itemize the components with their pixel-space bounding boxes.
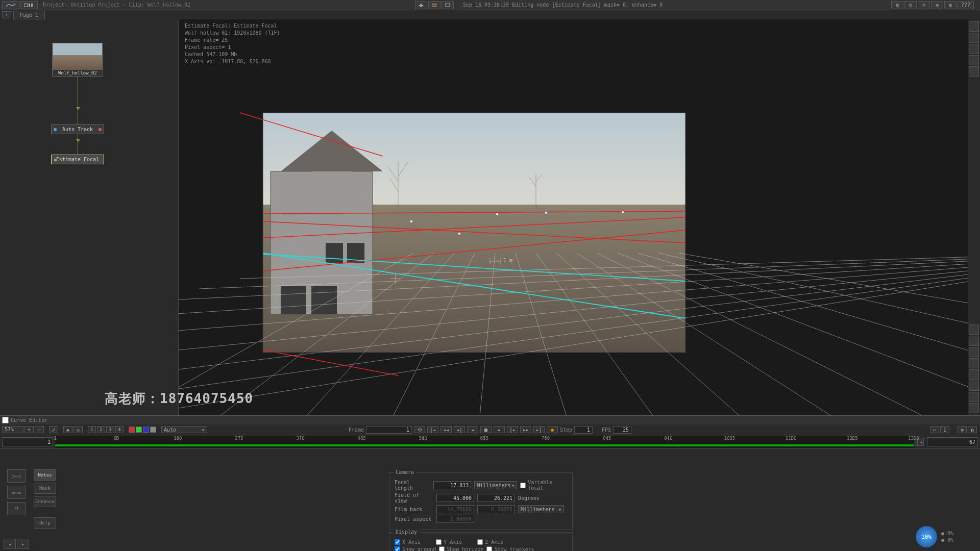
- tl-option-icon[interactable]: ▭: [930, 426, 939, 433]
- svg-line-16: [263, 350, 398, 375]
- layout-icon-1[interactable]: ▦: [891, 1, 903, 9]
- yaxis-check[interactable]: Y Axis: [436, 539, 462, 545]
- rt-tool-icon[interactable]: [969, 44, 979, 54]
- tl-option-icon[interactable]: ✻: [958, 426, 967, 433]
- yaxis-checkbox[interactable]: [436, 539, 442, 545]
- rt-expand-icon[interactable]: [969, 21, 979, 32]
- scope-icon[interactable]: ◈: [63, 426, 72, 433]
- add-page-button[interactable]: +: [2, 11, 11, 18]
- show-ground-checkbox[interactable]: [395, 546, 400, 551]
- autotrack-node[interactable]: Auto Track: [51, 124, 104, 134]
- rt-lock-icon[interactable]: [969, 66, 979, 77]
- zoom-select[interactable]: 57%: [2, 426, 23, 433]
- tl-option-icon[interactable]: ◐: [968, 426, 977, 433]
- rt-view-icon[interactable]: [969, 381, 979, 391]
- fit-icon[interactable]: ⤢: [49, 426, 58, 433]
- curve-editor-checkbox[interactable]: [2, 417, 9, 423]
- first-frame-icon[interactable]: |◂: [427, 426, 438, 433]
- zaxis-checkbox[interactable]: [477, 539, 483, 545]
- focal-unit-select[interactable]: Millimeters▾: [474, 481, 517, 489]
- rt-view-icon[interactable]: [969, 324, 979, 335]
- show-trackers-check[interactable]: Show trackers: [486, 546, 534, 551]
- tool-icon-3[interactable]: [442, 1, 454, 9]
- clip-node[interactable]: Wolf_hollow_02: [52, 43, 103, 77]
- fov-v-input[interactable]: [477, 494, 515, 502]
- stop-icon[interactable]: ■: [480, 426, 492, 433]
- filmback-h-input[interactable]: [477, 505, 515, 513]
- rt-view-icon[interactable]: [969, 336, 979, 346]
- color-blue-swatch[interactable]: [143, 427, 149, 433]
- viewport[interactable]: Estimate Focal: Estimate Focal Wolf_holl…: [179, 19, 968, 415]
- rt-tool-icon[interactable]: [969, 33, 979, 43]
- undo-icon[interactable]: ◂: [4, 539, 16, 549]
- app-logo-icon[interactable]: [2, 1, 19, 9]
- play-icon[interactable]: ▸: [494, 426, 505, 433]
- step-input[interactable]: [574, 426, 593, 434]
- rt-view-icon[interactable]: [969, 358, 979, 368]
- show-trackers-checkbox[interactable]: [486, 546, 492, 551]
- tl-option-icon[interactable]: i: [940, 426, 949, 433]
- tab-enhance[interactable]: Enhance: [34, 496, 56, 507]
- zoom-in-icon[interactable]: +: [24, 426, 34, 433]
- tool-icon-2[interactable]: [428, 1, 440, 9]
- variable-focal-check[interactable]: Variable focal: [520, 480, 567, 491]
- pixel-aspect-input[interactable]: [436, 515, 474, 523]
- estimate-focal-node[interactable]: Estimate Focal: [51, 155, 104, 164]
- tool-matrix-icon[interactable]: ⠿: [7, 502, 26, 515]
- tab-help[interactable]: Help: [34, 517, 56, 529]
- prev-frame-icon[interactable]: ◂|: [454, 426, 465, 433]
- fps-input[interactable]: [613, 426, 631, 434]
- mode-dropdown[interactable]: Auto▾: [161, 426, 207, 433]
- help-button[interactable]: ???: [958, 1, 974, 9]
- zoom-out-icon[interactable]: −: [35, 426, 44, 433]
- record-icon[interactable]: ●: [547, 426, 558, 433]
- frame-input[interactable]: [366, 426, 412, 434]
- show-ground-check[interactable]: Show ground: [395, 546, 436, 551]
- focal-length-input[interactable]: [433, 481, 471, 489]
- fov-h-input[interactable]: [436, 494, 474, 502]
- color-red-swatch[interactable]: [129, 427, 135, 433]
- rt-view-icon[interactable]: [969, 369, 979, 380]
- prev-key-icon[interactable]: ◂◂: [440, 426, 452, 433]
- layer-2-button[interactable]: 2: [97, 426, 105, 433]
- layer-1-button[interactable]: 1: [88, 426, 96, 433]
- zaxis-check[interactable]: Z Axis: [477, 539, 503, 545]
- next-frame-icon[interactable]: |▸: [507, 426, 518, 433]
- color-grey-swatch[interactable]: [150, 427, 156, 433]
- filmback-unit-select[interactable]: Millimeters▾: [518, 505, 564, 513]
- xaxis-check[interactable]: X Axis: [395, 539, 421, 545]
- filmback-w-input[interactable]: [436, 505, 474, 513]
- ruler-track[interactable]: 1851802753704655606557508459401035113012…: [55, 436, 914, 448]
- loop-icon[interactable]: ⟲: [414, 426, 425, 433]
- node-graph[interactable]: Wolf_hollow_02 Auto Track Estimate Focal: [0, 19, 179, 415]
- rt-view-icon[interactable]: [969, 403, 979, 413]
- variable-focal-checkbox[interactable]: [520, 483, 526, 488]
- xaxis-checkbox[interactable]: [395, 539, 400, 545]
- redo-icon[interactable]: ▸: [17, 539, 29, 549]
- layer-3-button[interactable]: 3: [106, 426, 114, 433]
- show-horizon-check[interactable]: Show horizon: [439, 546, 483, 551]
- rt-view-icon[interactable]: [969, 347, 979, 357]
- current-frame-input[interactable]: [2, 437, 53, 446]
- layer-4-button[interactable]: 4: [115, 426, 124, 433]
- scope-icon-2[interactable]: ◇: [74, 426, 83, 433]
- tool-link-icon[interactable]: ▭→▭: [7, 486, 26, 499]
- settings-icon[interactable]: ✻: [918, 1, 930, 9]
- rt-view-icon[interactable]: [969, 392, 979, 402]
- next-key-icon[interactable]: ▸▸: [520, 426, 531, 433]
- tab-mask[interactable]: Mask: [34, 483, 56, 494]
- page-tab-1[interactable]: Page 1: [13, 11, 45, 19]
- camera-icon[interactable]: ▣: [944, 1, 957, 9]
- show-horizon-checkbox[interactable]: [439, 546, 445, 551]
- globe-icon[interactable]: ◉: [931, 1, 943, 9]
- layout-icon-2[interactable]: ▤: [904, 1, 917, 9]
- end-frame-input[interactable]: [927, 437, 978, 446]
- rt-tool-icon[interactable]: [969, 55, 979, 65]
- last-frame-icon[interactable]: ▸|: [533, 426, 545, 433]
- play-back-icon[interactable]: ◂: [467, 426, 478, 433]
- tab-notes[interactable]: Notes: [34, 469, 56, 481]
- view-mode-icon[interactable]: [20, 1, 38, 9]
- color-green-swatch[interactable]: [136, 427, 142, 433]
- tool-node-icon[interactable]: ○—○: [7, 469, 26, 483]
- tool-icon-1[interactable]: [415, 1, 427, 9]
